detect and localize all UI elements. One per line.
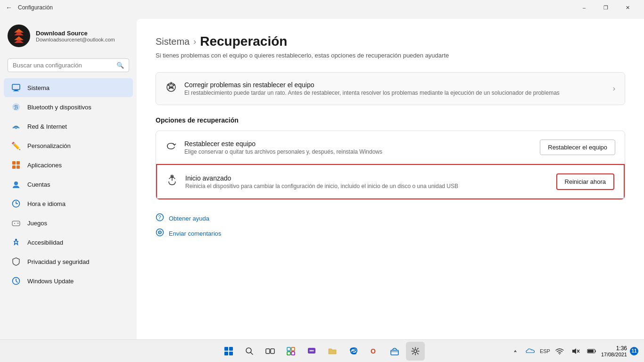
sidebar-item-label: Bluetooth y dispositivos [27, 104, 91, 111]
win-sq2 [229, 347, 233, 351]
titlebar-controls: – ❐ ✕ [573, 0, 638, 15]
search-input[interactable] [13, 62, 113, 69]
svg-marker-45 [572, 348, 576, 354]
recovery-item-restablecer-desc: Elige conservar o quitar tus archivos pe… [184, 148, 532, 155]
language-indicator[interactable]: ESP [540, 348, 550, 354]
breadcrumb-current: Recuperación [200, 34, 287, 49]
svg-point-17 [17, 223, 18, 224]
recovery-item-restablecer: Restablecer este equipo Elige conservar … [156, 131, 625, 164]
recovery-item-inicio-desc: Reinicia el dispositivo para cambiar la … [185, 183, 549, 189]
svg-rect-41 [391, 350, 398, 355]
sidebar-item-juegos[interactable]: Juegos [4, 214, 133, 232]
svg-rect-31 [271, 349, 274, 354]
apps-icon [11, 160, 21, 170]
sidebar-item-aplicaciones[interactable]: Aplicaciones [4, 156, 133, 174]
restore-icon [165, 140, 177, 155]
onedrive-button[interactable] [524, 342, 537, 361]
sidebar-item-label: Cuentas [27, 181, 50, 188]
svg-point-5 [16, 128, 17, 129]
start-button[interactable] [219, 342, 238, 361]
restablecer-button[interactable]: Restablecer el equipo [540, 140, 615, 155]
sidebar-item-privacidad[interactable]: Privacidad y seguridad [4, 252, 133, 271]
windows-update-icon [11, 276, 21, 286]
settings-taskbar-button[interactable] [406, 342, 425, 361]
recovery-item-restablecer-title: Restablecer este equipo [184, 140, 532, 148]
edge-icon [348, 346, 358, 356]
svg-line-29 [251, 352, 253, 354]
svg-rect-7 [17, 161, 20, 165]
reiniciar-ahora-button[interactable]: Reiniciar ahora [556, 173, 614, 190]
close-button[interactable]: ✕ [617, 0, 638, 15]
fix-card-title: Corregir problemas sin restablecer el eq… [184, 81, 605, 89]
store-icon [390, 346, 399, 356]
system-tray: ESP 1:36 17/08/2021 11 [510, 342, 638, 361]
store-button[interactable] [385, 342, 404, 361]
fix-card-text: Corregir problemas sin restablecer el eq… [184, 81, 605, 96]
chat-button[interactable] [302, 342, 321, 361]
battery-button[interactable] [585, 342, 598, 361]
svg-rect-9 [17, 165, 20, 169]
clock[interactable]: 1:36 17/08/2021 [601, 345, 627, 357]
clock-date: 17/08/2021 [601, 352, 627, 357]
edge-button[interactable] [344, 342, 363, 361]
volume-button[interactable] [569, 342, 582, 361]
sidebar-item-label: Windows Update [27, 278, 74, 285]
recovery-section-title: Opciones de recuperación [156, 116, 625, 124]
battery-icon [587, 348, 596, 354]
user-name: Download Source [36, 30, 115, 37]
chevron-right-icon: › [613, 84, 615, 93]
sidebar-item-label: Privacidad y seguridad [27, 258, 90, 265]
widgets-button[interactable] [281, 342, 300, 361]
office-button[interactable]: O [364, 342, 383, 361]
nav-items: Sistema ℬ Bluetooth y dispositivos Red &… [0, 78, 137, 339]
wifi-icon [555, 348, 564, 354]
minimize-button[interactable]: – [573, 0, 595, 15]
sidebar-item-accesibilidad[interactable]: Accesibilidad [4, 233, 133, 252]
svg-rect-6 [12, 161, 16, 165]
recovery-section: Opciones de recuperación Restablecer est… [156, 116, 625, 239]
page-subtitle: Si tienes problemas con el equipo o quie… [156, 52, 625, 59]
search-icon: 🔍 [116, 62, 124, 69]
user-info: Download Source Downloadsourcenet@outloo… [36, 30, 115, 42]
maximize-button[interactable]: ❐ [595, 0, 617, 15]
sidebar: Download Source Downloadsourcenet@outloo… [0, 15, 137, 339]
back-button[interactable]: ← [6, 4, 12, 11]
sidebar-item-bluetooth[interactable]: ℬ Bluetooth y dispositivos [4, 98, 133, 116]
wifi-button[interactable] [553, 342, 566, 361]
volume-icon [571, 347, 580, 355]
taskbar-search-button[interactable] [240, 342, 259, 361]
svg-point-43 [414, 350, 417, 353]
svg-point-10 [14, 181, 18, 185]
file-explorer-button[interactable] [323, 342, 342, 361]
notification-badge[interactable]: 11 [630, 347, 638, 355]
sidebar-item-personalizacion[interactable]: ✏️ Personalización [4, 136, 133, 155]
task-view-button[interactable] [261, 342, 280, 361]
sidebar-item-red[interactable]: Red & Internet [4, 117, 133, 136]
recovery-item-inicio-text: Inicio avanzado Reinicia el dispositivo … [185, 174, 549, 189]
svg-text:O: O [371, 347, 376, 355]
obtener-ayuda-label: Obtener ayuda [169, 215, 209, 222]
enviar-comentarios-label: Enviar comentarios [169, 230, 221, 237]
breadcrumb-parent: Sistema [156, 36, 190, 47]
sidebar-item-windows-update[interactable]: Windows Update [4, 272, 133, 290]
svg-rect-32 [287, 347, 290, 351]
sidebar-item-hora[interactable]: Hora e idioma [4, 194, 133, 213]
help-links: ? Obtener ayuda Enviar comentarios [156, 213, 625, 239]
onedrive-icon [526, 348, 535, 354]
search-container: 🔍 [0, 55, 137, 78]
sidebar-item-cuentas[interactable]: Cuentas [4, 175, 133, 194]
sidebar-item-sistema[interactable]: Sistema [4, 78, 133, 97]
user-email: Downloadsourcenet@outlook.com [36, 37, 115, 42]
enviar-comentarios-link[interactable]: Enviar comentarios [156, 228, 625, 239]
taskbar: O ESP [0, 339, 644, 362]
search-box[interactable]: 🔍 [8, 58, 129, 72]
titlebar: ← Configuración – ❐ ✕ [0, 0, 644, 15]
fix-card[interactable]: Corregir problemas sin restablecer el eq… [156, 72, 625, 105]
svg-point-18 [18, 223, 19, 224]
recovery-options-list: Restablecer este equipo Elige conservar … [156, 131, 625, 200]
main-content: Sistema › Recuperación Si tienes problem… [137, 19, 644, 339]
app-body: Download Source Downloadsourcenet@outloo… [0, 15, 644, 339]
recovery-item-restablecer-text: Restablecer este equipo Elige conservar … [184, 140, 532, 155]
expand-tray-button[interactable] [510, 342, 521, 361]
obtener-ayuda-link[interactable]: ? Obtener ayuda [156, 213, 625, 223]
